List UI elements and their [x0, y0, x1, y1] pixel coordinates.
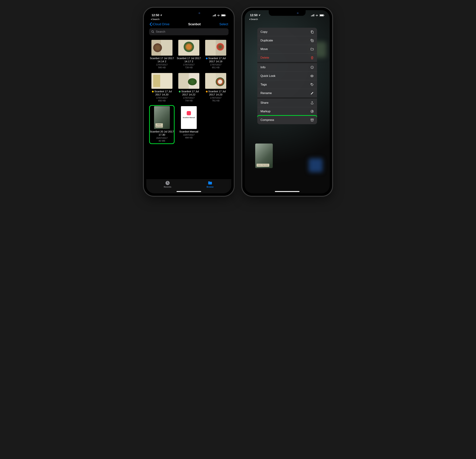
folder-icon [310, 47, 314, 51]
file-preview-thumbnail[interactable]: Gaston Bachelard [255, 144, 273, 168]
nav-back[interactable]: iCloud Drive [149, 22, 170, 26]
svg-rect-10 [312, 15, 313, 16]
back-to-app[interactable]: Search [245, 18, 330, 21]
battery-icon [221, 14, 226, 16]
location-icon [160, 14, 162, 16]
svg-point-20 [311, 84, 312, 84]
file-meta: 17/07/2017726 KB [183, 63, 195, 69]
file-item[interactable]: Scanbot Manual10/07/2017494 KB [176, 105, 202, 144]
menu-item-label: Copy [261, 30, 268, 34]
menu-item-tags[interactable]: Tags [257, 80, 317, 89]
menu-item-label: Tags [261, 83, 267, 86]
nav-back-label: iCloud Drive [152, 23, 170, 26]
file-item[interactable]: Scanbot 17 Jul 2017 14.14 217/07/2017595… [149, 39, 175, 71]
file-name: Scanbot 17 Jul 2017 14.17 2 [176, 57, 201, 63]
search-input[interactable]: Search [149, 28, 229, 35]
svg-rect-3 [215, 14, 216, 16]
file-thumbnail [178, 40, 199, 56]
info-icon [310, 66, 314, 69]
svg-rect-15 [324, 15, 324, 16]
file-item[interactable]: Scanbot 17 Jul 2017 14.2017/07/2017650 K… [149, 72, 175, 104]
file-meta: 17/07/2017595 KB [156, 63, 168, 69]
file-meta: 17/07/2017744 KB [183, 97, 195, 102]
chevron-left-icon [151, 18, 152, 20]
menu-item-markup[interactable]: Markup [257, 107, 317, 116]
menu-item-label: Move [261, 47, 268, 51]
duplicate-icon [310, 39, 314, 42]
file-thumbnail [181, 106, 197, 129]
back-app-label: Search [152, 18, 160, 21]
menu-item-move[interactable]: Move [257, 45, 317, 54]
tag-dot-icon [179, 91, 180, 92]
battery-icon [320, 14, 324, 16]
svg-point-19 [312, 76, 313, 76]
home-indicator[interactable] [275, 191, 299, 192]
menu-item-label: Delete [261, 56, 269, 59]
file-item[interactable]: Scanbot 20 Jul 2017 17.3020/07/201780 MB [149, 105, 175, 144]
svg-rect-6 [226, 15, 226, 16]
status-time: 12:50 [250, 14, 257, 17]
file-item[interactable]: Scanbot 17 Jul 2017 14.1917/07/2017651 K… [203, 39, 229, 71]
nav-select[interactable]: Select [219, 23, 228, 26]
folder-icon [208, 180, 212, 185]
file-meta: 10/07/2017494 KB [183, 133, 195, 139]
file-item[interactable]: Scanbot 17 Jul 2017 14.17 217/07/2017726… [176, 39, 202, 71]
home-indicator[interactable] [177, 191, 201, 192]
file-thumbnail [151, 40, 172, 56]
file-name: Scanbot 17 Jul 2017 14.19 [204, 57, 228, 63]
menu-item-rename[interactable]: Rename [257, 89, 317, 98]
file-thumbnail [178, 73, 199, 89]
svg-rect-12 [314, 14, 314, 16]
cellular-icon [213, 14, 216, 16]
file-name: Scanbot 17 Jul 2017 14.22 [176, 90, 201, 96]
nav-title: Scanbot [188, 23, 201, 26]
menu-item-label: Rename [261, 91, 272, 95]
back-app-label: Search [251, 18, 258, 21]
menu-item-compress[interactable]: Compress [257, 116, 317, 124]
phone-frame-right: 12:50 Search CopyDuplicateMoveDeleteInfo… [241, 7, 333, 197]
tag-dot-icon [152, 91, 154, 92]
menu-item-label: Compress [261, 118, 274, 122]
tag-dot-icon [206, 91, 208, 92]
menu-item-quick-look[interactable]: Quick Look [257, 72, 317, 80]
cellular-icon [311, 14, 314, 16]
file-meta: 17/07/2017761 KB [210, 97, 221, 102]
menu-item-share[interactable]: Share [257, 98, 317, 107]
svg-rect-9 [311, 16, 312, 16]
copy-icon [310, 30, 314, 34]
screen: 12:50 Search iCloud Drive Scanbot Select [146, 10, 231, 193]
file-name: Scanbot Manual [179, 130, 198, 133]
notch [269, 10, 306, 16]
tab-recents-label: Recents [164, 186, 171, 188]
menu-item-label: Markup [261, 110, 271, 113]
nav-bar: iCloud Drive Scanbot Select [146, 21, 231, 28]
menu-item-delete[interactable]: Delete [257, 54, 317, 63]
file-thumbnail [205, 40, 226, 56]
chevron-left-icon [149, 22, 152, 26]
search-icon [151, 30, 154, 33]
context-menu: CopyDuplicateMoveDeleteInfoQuick LookTag… [257, 28, 317, 124]
file-item[interactable]: Scanbot 17 Jul 2017 14.2217/07/2017744 K… [176, 72, 202, 104]
menu-item-copy[interactable]: Copy [257, 28, 317, 36]
file-thumbnail [205, 73, 226, 89]
menu-item-info[interactable]: Info [257, 63, 317, 72]
file-meta: 20/07/201780 MB [156, 137, 168, 142]
menu-item-duplicate[interactable]: Duplicate [257, 36, 317, 45]
file-thumbnail [154, 106, 170, 129]
trash-icon [310, 56, 314, 59]
archive-icon [310, 118, 314, 122]
tag-dot-icon [206, 57, 208, 59]
menu-item-label: Duplicate [261, 39, 273, 42]
file-item[interactable]: Scanbot 17 Jul 2017 14.2317/07/2017761 K… [203, 72, 229, 104]
search-placeholder: Search [156, 30, 165, 33]
back-to-app[interactable]: Search [146, 18, 231, 21]
file-grid-container: Scanbot 17 Jul 2017 14.14 217/07/2017595… [146, 37, 231, 179]
markup-icon [310, 110, 314, 113]
eye-icon [310, 74, 314, 78]
svg-rect-22 [311, 119, 314, 120]
menu-item-label: Quick Look [261, 74, 275, 78]
file-name: Scanbot 17 Jul 2017 14.23 [204, 90, 228, 96]
status-time: 12:50 [152, 14, 159, 17]
file-name: Scanbot 17 Jul 2017 14.20 [149, 90, 174, 96]
pencil-icon [310, 91, 314, 95]
